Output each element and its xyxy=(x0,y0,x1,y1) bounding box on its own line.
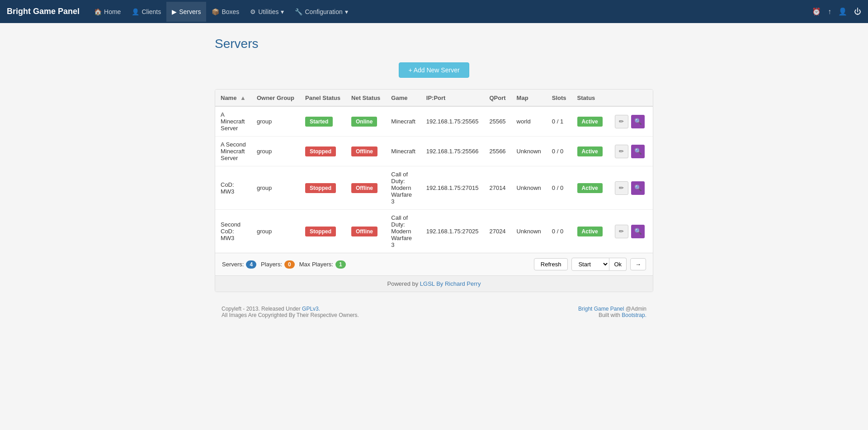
cell-checkbox-0 xyxy=(650,106,653,137)
cell-game-1: Minecraft xyxy=(386,137,420,166)
cell-checkbox-1 xyxy=(650,137,653,166)
powered-by-bar: Powered by LGSL By Richard Perry xyxy=(215,275,653,292)
cell-name-1: A Second Minecraft Server xyxy=(215,137,251,166)
nav-link-clients[interactable]: 👤 Clients xyxy=(126,2,166,22)
servers-icon: ▶ xyxy=(172,8,177,15)
nav-link-home[interactable]: 🏠 Home xyxy=(89,2,126,22)
main-content: Servers + Add New Server Name ▲ Owner Gr… xyxy=(208,37,660,318)
ok-button[interactable]: Ok xyxy=(609,258,627,271)
clients-icon: 👤 xyxy=(132,8,139,15)
upload-icon[interactable]: ↑ xyxy=(828,8,831,16)
max-players-label: Max Players: xyxy=(299,261,333,268)
lgsl-link[interactable]: LGSL By Richard Perry xyxy=(420,280,481,287)
boxes-icon: 📦 xyxy=(212,8,219,15)
servers-tbody: A Minecraft Server group Started Online … xyxy=(215,106,653,253)
cell-slots-1: 0 / 0 xyxy=(547,137,572,166)
cell-game-3: Call of Duty: Modern Warfare 3 xyxy=(386,210,420,253)
nav-link-servers[interactable]: ▶ Servers xyxy=(166,2,206,22)
footer-left: Copyleft - 2013. Released Under GPLv3. A… xyxy=(222,306,359,318)
cell-qport-2: 27014 xyxy=(484,166,511,210)
servers-panel: Name ▲ Owner Group Panel Status Net Stat… xyxy=(215,89,653,292)
cell-ip-2: 192.168.1.75:27015 xyxy=(421,166,484,210)
nav-link-utilities[interactable]: ⚙ Utilities ▾ xyxy=(245,2,289,22)
search-button-0[interactable]: 🔍 xyxy=(631,115,645,128)
powered-by-text: Powered by xyxy=(387,280,420,287)
cell-checkbox-3 xyxy=(650,210,653,253)
edit-button-1[interactable]: ✏ xyxy=(615,145,628,158)
panel-status-badge-0: Started xyxy=(305,117,333,127)
max-players-stat: Max Players: 1 xyxy=(299,260,346,269)
cell-status-0: Active xyxy=(572,106,608,137)
cell-actions-1: ✏ 🔍 xyxy=(608,137,651,166)
cell-map-0: world xyxy=(511,106,547,137)
cell-slots-3: 0 / 0 xyxy=(547,210,572,253)
navbar-brand[interactable]: Bright Game Panel xyxy=(7,7,80,16)
nav-item-boxes[interactable]: 📦 Boxes xyxy=(206,2,245,22)
th-status: Status xyxy=(572,90,608,106)
cell-status-1: Active xyxy=(572,137,608,166)
panel-status-badge-1: Stopped xyxy=(305,146,336,156)
max-players-count: 1 xyxy=(335,260,346,269)
table-header: Name ▲ Owner Group Panel Status Net Stat… xyxy=(215,90,653,106)
search-button-1[interactable]: 🔍 xyxy=(631,145,645,158)
net-status-badge-1: Offline xyxy=(351,146,377,156)
th-name: Name ▲ xyxy=(215,90,251,106)
edit-button-0[interactable]: ✏ xyxy=(615,115,628,128)
cell-ip-0: 192.168.1.75:25565 xyxy=(421,106,484,137)
cell-name-3: Second CoD: MW3 xyxy=(215,210,251,253)
nav-link-configuration[interactable]: 🔧 Configuration ▾ xyxy=(289,2,353,22)
cell-panel-status-1: Stopped xyxy=(300,137,346,166)
cell-game-0: Minecraft xyxy=(386,106,420,137)
nav-item-servers[interactable]: ▶ Servers xyxy=(166,2,206,22)
cell-ip-3: 192.168.1.75:27025 xyxy=(421,210,484,253)
panel-brand-link[interactable]: Bright Game Panel xyxy=(578,306,624,312)
servers-label: Servers: xyxy=(222,261,244,268)
bootstrap-link[interactable]: Bootstrap. xyxy=(622,312,646,318)
nav-item-utilities[interactable]: ⚙ Utilities ▾ xyxy=(245,2,289,22)
th-qport: QPort xyxy=(484,90,511,106)
edit-button-3[interactable]: ✏ xyxy=(615,225,628,238)
status-badge-2: Active xyxy=(577,183,603,193)
search-button-2[interactable]: 🔍 xyxy=(631,181,645,195)
cell-map-1: Unknown xyxy=(511,137,547,166)
clock-icon[interactable]: ⏰ xyxy=(812,7,821,16)
cell-actions-0: ✏ 🔍 xyxy=(608,106,651,137)
cell-map-3: Unknown xyxy=(511,210,547,253)
players-count: 0 xyxy=(284,260,295,269)
nav-item-configuration[interactable]: 🔧 Configuration ▾ xyxy=(289,2,353,22)
page-title: Servers xyxy=(215,37,653,51)
players-stat: Players: 0 xyxy=(261,260,295,269)
nav-item-home[interactable]: 🏠 Home xyxy=(89,2,126,22)
footer-right: Refresh Start Stop Restart Delete Ok → xyxy=(534,258,646,271)
servers-stat: Servers: 4 xyxy=(222,260,256,269)
navbar: Bright Game Panel 🏠 Home 👤 Clients ▶ Ser… xyxy=(0,0,868,23)
search-button-3[interactable]: 🔍 xyxy=(631,225,645,238)
bootstrap-text: Built with Bootstrap. xyxy=(578,312,646,318)
edit-button-2[interactable]: ✏ xyxy=(615,181,628,195)
nav-link-boxes[interactable]: 📦 Boxes xyxy=(206,2,245,22)
nav-item-clients[interactable]: 👤 Clients xyxy=(126,2,166,22)
nav-menu: 🏠 Home 👤 Clients ▶ Servers 📦 Boxes ⚙ xyxy=(89,2,812,22)
gpl-link[interactable]: GPLv3. xyxy=(302,306,320,312)
cell-owner-3: group xyxy=(251,210,300,253)
user-icon[interactable]: 👤 xyxy=(838,7,847,16)
cell-slots-0: 0 / 1 xyxy=(547,106,572,137)
cell-panel-status-3: Stopped xyxy=(300,210,346,253)
status-badge-3: Active xyxy=(577,227,603,236)
add-button-wrapper: + Add New Server xyxy=(215,62,653,78)
th-checkbox xyxy=(650,90,653,106)
cell-net-status-0: Online xyxy=(346,106,386,137)
add-new-server-button[interactable]: + Add New Server xyxy=(399,62,469,78)
cell-qport-0: 25565 xyxy=(484,106,511,137)
servers-count: 4 xyxy=(246,260,256,269)
refresh-button[interactable]: Refresh xyxy=(534,258,568,270)
cell-game-2: Call of Duty: Modern Warfare 3 xyxy=(386,166,420,210)
action-select[interactable]: Start Stop Restart Delete xyxy=(571,258,609,271)
power-icon[interactable]: ⏻ xyxy=(854,8,861,16)
th-panel-status: Panel Status xyxy=(300,90,346,106)
cell-panel-status-2: Stopped xyxy=(300,166,346,210)
net-status-badge-3: Offline xyxy=(351,227,377,236)
arrow-button[interactable]: → xyxy=(630,258,646,270)
cell-status-2: Active xyxy=(572,166,608,210)
th-ip-port: IP:Port xyxy=(421,90,484,106)
